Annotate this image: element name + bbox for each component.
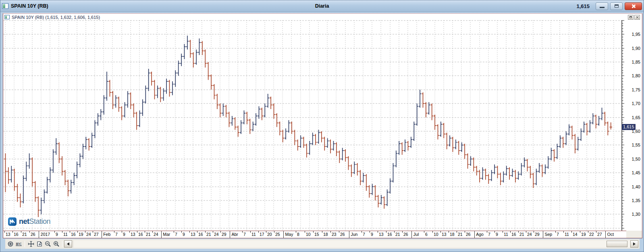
- chart-properties-button[interactable]: IFC: [15, 240, 23, 248]
- date-tick: [21, 231, 21, 233]
- month-label: Oct: [607, 232, 614, 237]
- date-tick: [487, 231, 487, 233]
- restore-button[interactable]: [610, 2, 623, 10]
- date-label: 13: [379, 232, 384, 237]
- date-label: 10: [434, 232, 438, 237]
- date-tick: [220, 231, 221, 233]
- date-label: 15: [314, 232, 319, 237]
- toolbar-separator: [62, 241, 62, 247]
- date-label: 24: [86, 232, 91, 237]
- chart-restore-button[interactable]: [628, 15, 634, 20]
- chart-subwindow: SPAIN 10Y (RB) (1,615, 1,632, 1,606, 1,6…: [3, 13, 642, 238]
- scrollbar-thumb[interactable]: [607, 241, 627, 247]
- date-tick: [580, 231, 580, 233]
- date-tick: [145, 231, 145, 233]
- zoom-out-button[interactable]: [44, 240, 52, 248]
- date-axis[interactable]: 13162126201791116192427Feb7913162124Mar7…: [3, 231, 627, 238]
- date-label: 17: [260, 232, 264, 237]
- date-label: 29: [222, 232, 226, 237]
- chart-header: SPAIN 10Y (RB) (1,615, 1,632, 1,606, 1,6…: [3, 14, 642, 20]
- price-chart-plot[interactable]: netStation: [3, 20, 621, 231]
- horizontal-scrollbar[interactable]: [74, 240, 639, 248]
- date-tick: [85, 231, 85, 233]
- zoom-area-button[interactable]: [35, 240, 43, 248]
- bottom-toolbar: IFC: [5, 239, 640, 249]
- minimize-button[interactable]: [596, 2, 608, 10]
- netstation-logo: netStation: [8, 217, 50, 226]
- month-separator: [605, 231, 606, 238]
- wheel-tool-button[interactable]: [6, 240, 14, 248]
- date-tick: [361, 231, 362, 233]
- date-label: 26: [31, 232, 35, 237]
- date-tick: [114, 231, 114, 233]
- date-tick: [510, 231, 511, 233]
- date-label: 13: [442, 232, 447, 237]
- svg-text:1,30: 1,30: [632, 212, 640, 217]
- date-tick: [440, 231, 441, 233]
- logo-text-station: Station: [29, 217, 51, 225]
- date-label: 9: [183, 232, 185, 237]
- date-label: 7: [557, 232, 559, 237]
- legend-chart-icon: [4, 15, 10, 19]
- date-label: 6: [425, 232, 428, 237]
- month-separator: [283, 231, 284, 238]
- window-bottom-edge: [3, 249, 642, 252]
- date-tick: [93, 231, 93, 233]
- month-label: Feb: [103, 232, 110, 237]
- date-tick: [213, 231, 213, 233]
- zoom-in-icon: [53, 241, 60, 247]
- titlebar-last-price: 1,615: [576, 3, 590, 9]
- date-tick: [534, 231, 534, 233]
- date-label: 25: [275, 232, 280, 237]
- zoom-out-icon: [45, 241, 51, 247]
- date-label: 7: [488, 232, 490, 237]
- last-price-tag: 1,615: [622, 124, 636, 130]
- svg-text:1,70: 1,70: [632, 101, 640, 106]
- date-tick: [339, 231, 339, 233]
- window-title: SPAIN 10Y (RB): [11, 3, 48, 9]
- date-tick: [563, 231, 564, 233]
- date-label: 19: [79, 232, 83, 237]
- date-label: 21: [395, 232, 400, 237]
- date-label: 26: [403, 232, 408, 237]
- date-tick: [588, 231, 588, 233]
- month-separator: [474, 231, 475, 238]
- scroll-right-button[interactable]: [630, 240, 638, 248]
- ohlc-bars-canvas: [3, 20, 621, 231]
- chart-close-button[interactable]: [634, 15, 640, 20]
- price-axis[interactable]: 1,951,901,851,801,751,701,651,601,551,50…: [621, 20, 642, 231]
- date-tick: [305, 231, 305, 233]
- date-label: 19: [581, 232, 586, 237]
- date-tick: [313, 231, 314, 233]
- close-button[interactable]: [625, 2, 642, 10]
- date-label: 16: [71, 232, 76, 237]
- window-titlebar[interactable]: SPAIN 10Y (RB) Diaria 1,615: [0, 0, 644, 12]
- date-tick: [378, 231, 378, 233]
- crosshair-button[interactable]: [27, 240, 35, 248]
- date-label: 11: [63, 232, 68, 237]
- date-tick: [449, 231, 449, 233]
- date-label: 24: [214, 232, 219, 237]
- date-label: 7: [363, 232, 365, 237]
- date-tick: [457, 231, 457, 233]
- date-label: 26: [466, 232, 471, 237]
- date-label: 11: [251, 232, 256, 237]
- date-label: 21: [458, 232, 463, 237]
- date-tick: [274, 231, 274, 233]
- zoom-in-button[interactable]: [52, 240, 60, 248]
- svg-text:1,35: 1,35: [632, 198, 640, 203]
- date-label: 14: [573, 232, 578, 237]
- date-label: 16: [138, 232, 143, 237]
- date-label: 26: [340, 232, 345, 237]
- date-tick: [330, 231, 331, 233]
- month-label: Mar: [163, 232, 170, 237]
- date-label: 27: [597, 232, 602, 237]
- svg-text:1,50: 1,50: [632, 157, 640, 161]
- date-tick: [555, 231, 556, 233]
- restore-icon: [615, 4, 619, 8]
- date-label: 20: [267, 232, 272, 237]
- svg-text:1,55: 1,55: [632, 143, 640, 147]
- svg-text:1,75: 1,75: [632, 87, 640, 92]
- scroll-left-button[interactable]: [64, 240, 72, 248]
- date-label: 7: [115, 232, 118, 237]
